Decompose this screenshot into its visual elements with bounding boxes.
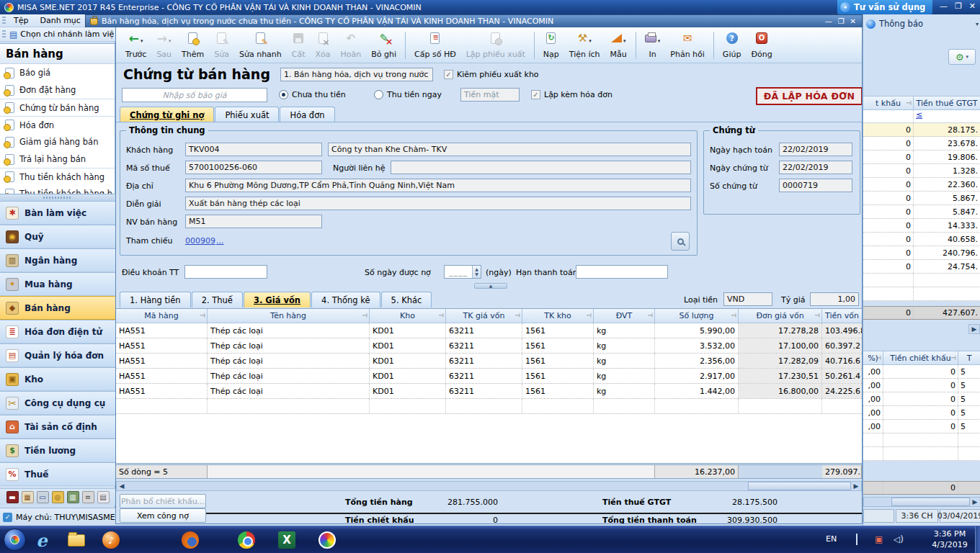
sidebar-item-don-dat-hang[interactable]: Đơn đặt hàng: [0, 81, 115, 99]
bg-row[interactable]: 028.175.: [863, 123, 980, 137]
shortcut-coins-icon[interactable]: ◎: [52, 491, 64, 503]
cell[interactable]: 17.100,00: [739, 338, 822, 353]
nguoi-lien-he-field[interactable]: [391, 161, 691, 174]
tray-alert-icon[interactable]: ▣: [875, 534, 883, 544]
tab-chung-tu-ghi-no[interactable]: Chứng từ ghi nợ: [120, 107, 214, 122]
nv-ban-hang-field[interactable]: M51: [185, 215, 322, 228]
toolbar-tien-ich-button[interactable]: ⚒▾Tiện ích: [564, 30, 605, 60]
cell[interactable]: 1561: [522, 323, 594, 338]
grid-row[interactable]: HA551Thép các loạiKD01632111561kg2.356,0…: [116, 354, 862, 369]
cell[interactable]: kg: [594, 384, 655, 398]
tab-phieu-xuat[interactable]: Phiếu xuất: [215, 107, 279, 122]
taskbar-misa-icon[interactable]: [317, 530, 337, 550]
menu-danh-muc[interactable]: Danh mục: [34, 14, 86, 27]
cell[interactable]: kg: [594, 323, 655, 338]
bg-scroll-right[interactable]: ▶: [968, 324, 980, 334]
background-window[interactable]: Thông báo ▾ ⚙ ▾ t khấu⊣ Tiền thuế GTGT ≤…: [863, 14, 980, 526]
notification-dropdown[interactable]: Thông báo ▾: [866, 17, 979, 30]
bg-row[interactable]: ,0005: [863, 365, 980, 379]
lap-kem-hoa-don-checkbox[interactable]: ✓Lập kèm hóa đơn: [531, 90, 612, 99]
bg-row[interactable]: 023.678.: [863, 137, 980, 150]
taskbar-clock[interactable]: 3:36 PM 4/3/2019: [925, 529, 975, 550]
dien-giai-field[interactable]: Xuất bán hàng thép các loại: [185, 197, 691, 210]
module-kho[interactable]: ▣Kho: [0, 367, 115, 391]
child-restore-icon[interactable]: ❐: [838, 17, 845, 25]
han-thanh-toan-field[interactable]: [576, 265, 668, 279]
module-thue[interactable]: %Thuế: [0, 462, 115, 486]
grid-row[interactable]: HA551Thép các loạiKD01632111561kg2.917,0…: [116, 369, 862, 384]
cell[interactable]: KD01: [370, 354, 446, 368]
bg-row[interactable]: ,0005: [863, 406, 980, 420]
help-consult-button[interactable]: ✦ Tư vấn sử dụng: [837, 0, 932, 14]
show-desktop-button[interactable]: [975, 526, 980, 553]
col-dvt[interactable]: ĐVT⊣: [594, 309, 655, 323]
tien-mat-field[interactable]: Tiền mặt: [460, 88, 520, 102]
taskbar-ie-icon[interactable]: e: [32, 530, 52, 550]
cell[interactable]: HA551: [116, 384, 208, 398]
cell[interactable]: 60.397.2: [822, 338, 862, 353]
sidebar-item-hoa-don[interactable]: Hóa đơn: [0, 116, 115, 133]
bg-hscrollbar[interactable]: ▶: [863, 497, 980, 507]
taskbar-folder-icon[interactable]: [66, 530, 86, 550]
tab-gia-von[interactable]: 3. Giá vốn: [244, 292, 311, 307]
child-close-icon[interactable]: ✕: [850, 17, 856, 25]
so-chung-tu-field[interactable]: 0000719: [779, 179, 852, 192]
module-tien-luong[interactable]: $Tiền lương: [0, 439, 115, 462]
module-quy[interactable]: ◉Quỹ: [0, 225, 115, 248]
cell[interactable]: Thép các loại: [208, 323, 370, 338]
bg-row[interactable]: ,0005: [863, 420, 980, 433]
cell[interactable]: 63211: [446, 323, 522, 338]
spinner-arrows-icon[interactable]: ▲▼: [472, 266, 481, 278]
sidebar-item-giam-gia[interactable]: Giảm giá hàng bán: [0, 133, 115, 150]
tray-volume-icon[interactable]: ◁): [894, 534, 904, 544]
col-kho[interactable]: Kho⊣: [370, 309, 446, 323]
cell[interactable]: Thép các loại: [208, 369, 370, 383]
sidebar-item-chung-tu-ban-hang[interactable]: Chứng từ bán hàng: [0, 99, 115, 116]
cell[interactable]: Thép các loại: [208, 354, 370, 368]
col-tk-kho[interactable]: TK kho⊣: [522, 309, 594, 323]
cell[interactable]: 3.532,00: [655, 338, 739, 353]
chua-thu-tien-radio[interactable]: Chưa thu tiền: [279, 90, 346, 99]
grid-row[interactable]: HA551Thép các loạiKD01632111561kg5.990,0…: [116, 323, 862, 338]
phan-bo-chiet-khau-button[interactable]: Phân bổ chiết khấu...: [120, 494, 206, 508]
cell[interactable]: HA551: [116, 354, 208, 368]
cell[interactable]: HA551: [116, 369, 208, 383]
col-tien-von[interactable]: Tiền vốn: [822, 309, 862, 323]
bg-row[interactable]: 022.360.: [863, 178, 980, 192]
so-ngay-spinner[interactable]: ____ ▲▼: [444, 265, 481, 279]
tab-thong-ke[interactable]: 4. Thống kê: [311, 292, 380, 307]
tray-display-icon[interactable]: [856, 534, 858, 544]
module-quan-ly-hoa-don[interactable]: ▤Quản lý hóa đơn: [0, 343, 115, 367]
col-so-luong[interactable]: Số lượng⊣: [655, 309, 739, 323]
sidebar-item-thu-tien-hang-loat[interactable]: Thu tiền khách hàng h: [0, 185, 115, 194]
bg-row[interactable]: ,0005: [863, 379, 980, 392]
toolbar-sua-nhanh-button[interactable]: Sửa nhanh: [234, 30, 287, 60]
sidebar-item-bao-gia[interactable]: Báo giá: [0, 64, 115, 81]
toolbar-mau-button[interactable]: ▾Mẫu: [605, 30, 632, 60]
cell[interactable]: 2.917,00: [655, 369, 739, 383]
bg-row[interactable]: 019.806.: [863, 150, 980, 164]
toolbar-sua-button[interactable]: Sửa: [209, 30, 234, 60]
toolbar-phan-hoi-button[interactable]: ✉Phản hồi: [665, 30, 710, 60]
bg-row[interactable]: 01.328.: [863, 164, 980, 178]
start-button[interactable]: [4, 529, 26, 551]
toolbar-them-button[interactable]: Thêm: [177, 30, 209, 60]
cell[interactable]: 63211: [446, 384, 522, 398]
col-don-gia-von[interactable]: Đơn giá vốn⊣: [739, 309, 822, 323]
module-ban-hang[interactable]: ◆Bán hàng: [0, 296, 115, 320]
thu-tien-ngay-radio[interactable]: Thu tiền ngay: [374, 90, 442, 99]
cell[interactable]: 1561: [522, 384, 594, 398]
shortcut-notes-icon[interactable]: ≡: [82, 491, 94, 503]
module-cong-cu[interactable]: ✂Công cụ dụng cụ: [0, 391, 115, 415]
loai-tien-field[interactable]: VND: [723, 292, 772, 306]
col-ten-hang[interactable]: Tên hàng⊣: [208, 309, 370, 323]
toolbar-hoan-button[interactable]: ↶Hoãn: [336, 30, 367, 60]
toolbar-nap-button[interactable]: Nạp: [538, 30, 564, 60]
ma-so-thue-field[interactable]: 5700100256-060: [185, 161, 322, 174]
cell[interactable]: 1561: [522, 338, 594, 353]
dieu-khoan-field[interactable]: [184, 265, 267, 279]
tab-thue[interactable]: 2. Thuế: [192, 292, 243, 307]
shortcut-card-icon[interactable]: ▭: [37, 491, 49, 503]
cell[interactable]: 2.356,00: [655, 354, 739, 368]
cell[interactable]: 63211: [446, 354, 522, 368]
